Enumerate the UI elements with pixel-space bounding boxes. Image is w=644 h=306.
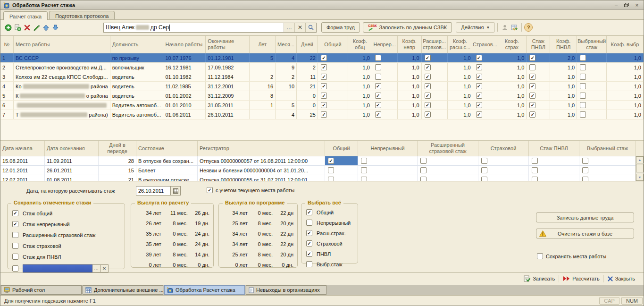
checkbox[interactable] (321, 83, 327, 89)
checkbox[interactable] (537, 253, 543, 259)
table-cell[interactable]: 1,0 (448, 63, 473, 72)
select-all-item[interactable]: Непрерывный (306, 220, 354, 226)
move-up-button[interactable] (41, 23, 50, 32)
save-group-item[interactable]: Расширенный страховой стаж (12, 232, 121, 238)
column-header[interactable]: Лет (250, 36, 276, 53)
table-cell[interactable]: 21 (297, 82, 318, 91)
table-cell[interactable] (422, 91, 448, 100)
table-cell[interactable]: 1,0 (398, 72, 422, 81)
checkbox[interactable] (361, 167, 367, 173)
table-cell[interactable] (422, 110, 448, 119)
checkbox[interactable] (420, 167, 427, 173)
select-value-button[interactable]: … (284, 23, 294, 32)
table-cell[interactable]: Трайона) (14, 110, 110, 119)
table-cell[interactable]: 1,0 (550, 110, 577, 119)
table-cell[interactable]: 11.02.1985 (163, 82, 206, 91)
checkbox[interactable] (375, 74, 381, 80)
table-cell[interactable]: 1,0 (348, 53, 372, 62)
table-cell[interactable]: В ежегодном отпуске (136, 175, 198, 181)
checkbox[interactable] (532, 177, 538, 181)
checkbox[interactable] (476, 64, 482, 70)
checkbox[interactable] (580, 102, 586, 108)
select-all-item[interactable]: Страховой (306, 240, 354, 246)
checkbox[interactable] (425, 64, 431, 70)
table-cell[interactable] (527, 72, 550, 81)
table-cell[interactable] (276, 91, 297, 100)
table-cell[interactable]: 1,0 (497, 53, 527, 62)
table-cell[interactable] (422, 72, 448, 81)
person-icon-button[interactable] (500, 23, 510, 32)
table-cell[interactable]: 1,0 (550, 82, 577, 91)
checkbox[interactable] (361, 158, 367, 164)
checkbox[interactable] (529, 111, 535, 118)
table-cell[interactable] (473, 101, 498, 110)
table-cell[interactable] (325, 175, 358, 181)
checkbox[interactable] (582, 177, 588, 181)
select-all-item[interactable]: ПНВЛ (306, 251, 354, 257)
table-cell[interactable] (358, 156, 418, 165)
checkbox[interactable] (532, 158, 538, 164)
table-cell[interactable] (577, 101, 607, 110)
table-cell[interactable]: 1,0 (448, 82, 473, 91)
column-header[interactable]: Выбранный стаж (577, 36, 607, 53)
table-cell[interactable] (529, 175, 579, 181)
table-cell[interactable]: 1,0 (607, 82, 644, 91)
checkbox[interactable] (582, 167, 588, 173)
select-all-item[interactable]: Общий (306, 209, 354, 215)
copy-row-button[interactable] (13, 23, 22, 32)
table-cell[interactable] (325, 156, 358, 165)
table-cell[interactable]: 1,0 (398, 82, 422, 91)
table-cell[interactable]: 1,0 (348, 82, 372, 91)
table-cell[interactable]: 1,0 (398, 101, 422, 110)
save-places-checkbox[interactable]: Сохранять места работы (537, 253, 606, 259)
column-header[interactable]: Коэф. выбр (607, 36, 644, 53)
table-cell[interactable]: 10.07.1976 (163, 53, 206, 62)
table-cell[interactable] (372, 72, 398, 81)
table-cell[interactable]: 2 (250, 72, 276, 81)
checkbox[interactable] (476, 93, 482, 99)
checkbox[interactable] (375, 83, 381, 89)
table-cell[interactable] (527, 110, 550, 119)
checkbox[interactable] (328, 167, 334, 173)
table-cell[interactable]: 11.09.2011 (45, 156, 99, 165)
checkbox[interactable] (375, 64, 381, 70)
move-down-button[interactable] (50, 23, 60, 32)
table-cell[interactable] (372, 53, 398, 62)
table-row[interactable]: 12.01.201126.01.201115БолеетНеявки и бол… (0, 166, 644, 175)
checkbox[interactable] (306, 240, 312, 246)
scroll-thumb[interactable] (636, 164, 644, 172)
table-cell[interactable] (422, 63, 448, 72)
checkbox[interactable] (321, 102, 327, 108)
taskbar-item[interactable]: Невыходы в организациях (246, 285, 326, 295)
column-header[interactable]: Непрер... (372, 36, 398, 53)
table-cell[interactable]: водитель (110, 91, 164, 100)
taskbar-item[interactable]: Обработка Расчет стажа (164, 285, 245, 295)
table-cell[interactable] (422, 82, 448, 91)
checkbox[interactable] (321, 55, 327, 61)
checkbox[interactable] (12, 265, 18, 272)
checkbox[interactable] (12, 221, 18, 227)
table-cell[interactable]: 1,0 (398, 110, 422, 119)
checkbox[interactable] (529, 83, 535, 89)
table-row[interactable]: 12.07.201101.08.201121В ежегодном отпуск… (0, 175, 644, 181)
table-cell[interactable] (577, 110, 607, 119)
selected-input[interactable] (23, 264, 92, 272)
checkbox[interactable] (425, 55, 431, 61)
checkbox[interactable] (529, 93, 535, 99)
table-cell[interactable]: 1,0 (497, 82, 527, 91)
table-cell[interactable] (250, 110, 276, 119)
tab-inactive[interactable]: Подготовка протокола (49, 11, 115, 19)
table-cell[interactable] (473, 63, 498, 72)
checkbox[interactable] (328, 158, 334, 164)
column-header[interactable]: Стаж ПНВЛ (529, 141, 579, 156)
table-cell[interactable]: 12.01.2011 (0, 166, 45, 175)
table-cell[interactable]: 01.01.2010 (163, 101, 206, 110)
seniority-kind-field[interactable]: …✕ (23, 264, 109, 272)
table-cell[interactable]: 11.12.1984 (206, 72, 250, 81)
checkbox[interactable] (425, 102, 431, 108)
table-row[interactable]: 6Водитель автомоб...01.01.201031.05.2011… (0, 101, 644, 110)
table-cell[interactable] (579, 156, 636, 165)
table-cell[interactable]: 01.06.2011 (163, 110, 206, 119)
calc-date-input[interactable] (136, 186, 171, 196)
table-cell[interactable]: 1,0 (550, 91, 577, 100)
